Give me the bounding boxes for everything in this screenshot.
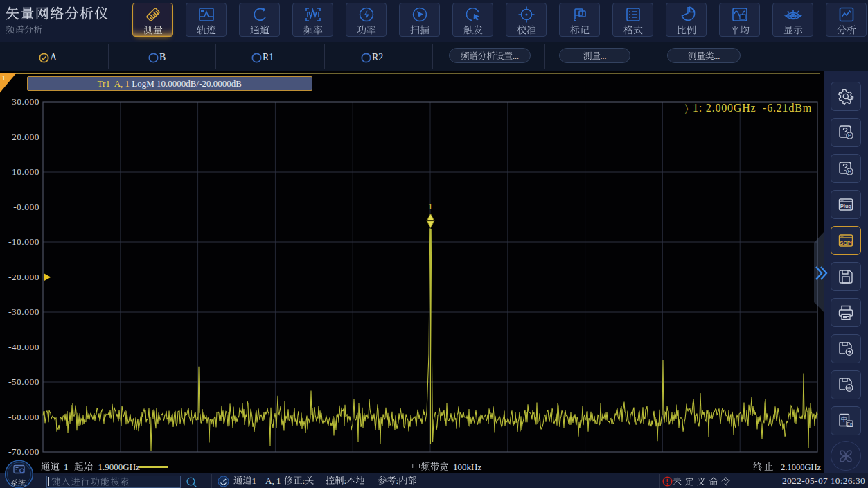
svg-text:En: En [847, 421, 853, 426]
svg-text:P: P [848, 132, 851, 139]
svg-text:SCPI: SCPI [840, 240, 852, 246]
svg-text:Plug: Plug [840, 203, 852, 209]
svg-text:H: H [848, 168, 852, 175]
svg-text:1: 1 [428, 201, 433, 211]
